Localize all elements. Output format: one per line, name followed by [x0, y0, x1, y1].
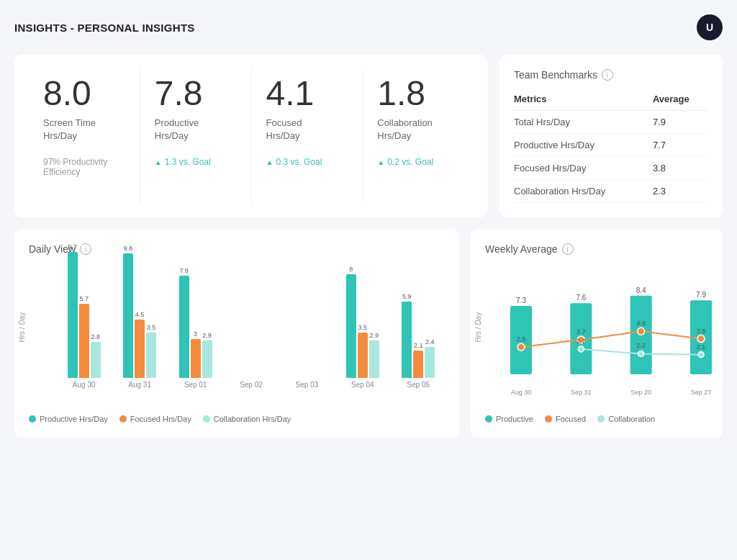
bar-fill-productive: [123, 253, 133, 378]
bar-fill-collaboration: [369, 340, 379, 378]
bench-row: Total Hrs/Day7.9: [514, 111, 708, 134]
focused-dot: [638, 328, 645, 335]
weekly-legend-dot: [545, 415, 552, 423]
svg-text:3.8: 3.8: [697, 328, 706, 335]
bench-col-average: Average: [653, 91, 708, 111]
metric-value-1: 7.8: [155, 76, 237, 111]
page-title: INSIGHTS - PERSONAL INSIGHTS: [14, 22, 195, 34]
bar-fill-productive: [179, 276, 189, 378]
weekly-chart-area: 7.3Aug 307.6Sep 318.4Sep 207.9Sep 272.93…: [514, 266, 708, 410]
bar-group-label: Aug 31: [128, 381, 151, 389]
bar-collaboration: 2.4: [425, 338, 435, 378]
focused-dot: [697, 335, 705, 343]
bar-group-label: Sep 04: [351, 381, 374, 389]
metric-item-2: 4.1FocusedHrs/Day▲ 0.3 vs. Goal: [252, 69, 363, 203]
svg-text:2.9: 2.9: [517, 335, 526, 343]
weekly-legend-dot: [597, 415, 605, 423]
legend-dot: [203, 415, 210, 423]
svg-text:3.7: 3.7: [577, 328, 586, 335]
legend-dot: [119, 415, 127, 423]
metric-value-3: 1.8: [377, 76, 459, 111]
bar-group-label: Sep 02: [240, 381, 263, 389]
bar-fill-focused: [413, 351, 423, 378]
benchmarks-table: Metrics Average Total Hrs/Day7.9Producti…: [514, 91, 708, 203]
bar-collaboration: 2.9: [369, 332, 379, 378]
weekly-legend-item: Focused: [545, 415, 586, 423]
daily-bar-group: 83.52.9Sep 04: [336, 266, 389, 389]
bar-productive: 8: [346, 266, 356, 378]
weekly-legend-item: Productive: [485, 415, 533, 423]
weekly-legend: ProductiveFocusedCollaboration: [485, 415, 708, 423]
weekly-svg: 7.3Aug 307.6Sep 318.4Sep 207.9Sep 272.93…: [514, 266, 715, 396]
svg-text:Sep 31: Sep 31: [571, 389, 592, 396]
daily-bars: 9.75.72.8: [58, 243, 110, 378]
svg-text:Aug 30: Aug 30: [511, 389, 532, 396]
daily-bar-chart: 9.75.72.8Aug 309.64.53.5Aug 317.932.9Sep…: [58, 266, 445, 410]
benchmarks-title: Team Benchmarks i: [514, 69, 708, 81]
bar-focused: 2.1: [413, 342, 423, 378]
bench-col-metrics: Metrics: [514, 91, 653, 111]
top-row: 8.0Screen TimeHrs/Day97% ProductivityEff…: [14, 55, 723, 217]
bar-fill-collaboration: [146, 333, 156, 378]
svg-text:8.4: 8.4: [636, 286, 646, 294]
benchmarks-info-icon[interactable]: i: [602, 69, 613, 81]
arrow-up-icon: ▲: [155, 158, 162, 166]
page-header: INSIGHTS - PERSONAL INSIGHTS U: [14, 14, 723, 40]
metric-value-0: 8.0: [43, 76, 125, 111]
bar-fill-productive: [346, 274, 356, 378]
daily-bar-group: 9.75.72.8Aug 30: [58, 243, 110, 389]
metric-change-2: ▲ 0.3 vs. Goal: [266, 157, 348, 167]
bar-focused: 3: [191, 330, 201, 378]
daily-bar-group: Sep 02: [225, 378, 277, 389]
focused-line: [521, 331, 701, 347]
legend-dot: [29, 415, 36, 423]
bar-fill-productive: [68, 252, 78, 378]
bar-fill-focused: [79, 304, 89, 378]
benchmarks-card: Team Benchmarks i Metrics Average Total …: [499, 55, 723, 217]
metric-item-0: 8.0Screen TimeHrs/Day97% ProductivityEff…: [29, 69, 140, 203]
bar-productive: 9.6: [123, 245, 133, 378]
metric-label-2: FocusedHrs/Day: [266, 117, 348, 143]
metric-item-3: 1.8CollaborationHrs/Day▲ 0.2 vs. Goal: [363, 69, 474, 203]
bar-productive: 9.7: [68, 243, 78, 378]
collab-dot: [578, 346, 584, 352]
bar-focused: 4.5: [135, 311, 145, 378]
arrow-up-icon: ▲: [377, 158, 384, 166]
bar-fill-collaboration: [202, 340, 212, 378]
svg-text:Sep 20: Sep 20: [630, 389, 651, 396]
svg-text:2.7: 2.7: [577, 338, 586, 345]
daily-bars: 7.932.9: [169, 267, 222, 378]
bench-row: Productive Hrs/Day7.7: [514, 134, 708, 157]
bar-fill-focused: [358, 333, 368, 378]
bar-fill-focused: [191, 339, 201, 378]
collab-dot: [698, 352, 704, 358]
focused-dot: [517, 343, 525, 351]
metric-label-1: ProductiveHrs/Day: [155, 117, 237, 143]
daily-y-label: Hrs / Day: [18, 312, 26, 343]
bar-collaboration: 3.5: [146, 324, 156, 378]
metric-sub-0: 97% ProductivityEfficiency: [43, 157, 125, 177]
daily-bar-group: Sep 03: [281, 378, 333, 389]
bar-group-label: Sep 05: [407, 381, 430, 389]
daily-view-card: Daily View i Hrs / Day 9.75.72.8Aug 309.…: [14, 229, 459, 438]
bar-productive: 7.9: [179, 267, 189, 378]
bar-group-label: Aug 30: [73, 381, 96, 389]
daily-bar-group: 7.932.9Sep 01: [169, 267, 222, 389]
bar-fill-collaboration: [425, 347, 435, 378]
bar-fill-focused: [135, 320, 145, 378]
svg-text:7.9: 7.9: [696, 291, 706, 299]
bar-focused: 3.5: [358, 324, 368, 378]
bar-group-label: Sep 01: [184, 381, 207, 389]
bar-focused: 5.7: [79, 295, 89, 378]
weekly-legend-item: Collaboration: [597, 415, 655, 423]
daily-bars: 5.92.12.4: [392, 293, 445, 378]
user-avatar[interactable]: U: [697, 14, 723, 40]
svg-text:2.2: 2.2: [636, 342, 646, 349]
metric-change-1: ▲ 1.3 vs. Goal: [155, 157, 237, 167]
metric-item-1: 7.8ProductiveHrs/Day▲ 1.3 vs. Goal: [140, 69, 252, 203]
daily-bar-group: 9.64.53.5Aug 31: [113, 245, 166, 389]
metric-label-3: CollaborationHrs/Day: [377, 117, 459, 143]
bar-collaboration: 2.8: [91, 333, 101, 378]
bar-productive: 5.9: [402, 293, 412, 378]
weekly-info-icon[interactable]: i: [562, 243, 574, 255]
